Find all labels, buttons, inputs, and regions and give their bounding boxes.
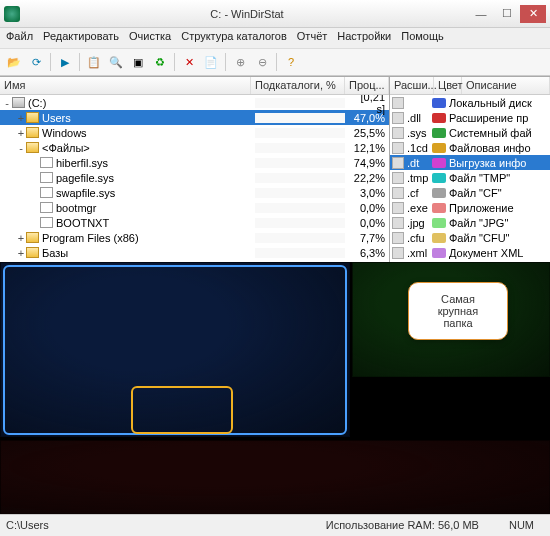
explorer-icon[interactable]: 🔍 bbox=[106, 52, 126, 72]
tree-row[interactable]: -(C:)[0,21 s] bbox=[0, 95, 389, 110]
refresh-icon[interactable]: ⟳ bbox=[26, 52, 46, 72]
callout-folder: Самая крупная папка bbox=[408, 282, 508, 340]
extension-pane[interactable]: Расши... Цвет Описание Локальный диск.dl… bbox=[390, 77, 550, 262]
tree-row[interactable]: -<Файлы>12,1% bbox=[0, 140, 389, 155]
help-icon[interactable]: ? bbox=[281, 52, 301, 72]
ext-row[interactable]: .jpgФайл "JPG" bbox=[390, 215, 550, 230]
props-icon[interactable]: 📄 bbox=[201, 52, 221, 72]
tree-pane[interactable]: Имя Подкаталоги, % Проц... -(C:)[0,21 s]… bbox=[0, 77, 390, 262]
ext-row[interactable]: .cfФайл "CF" bbox=[390, 185, 550, 200]
ext-row[interactable]: .tmpФайл "TMP" bbox=[390, 170, 550, 185]
close-button[interactable]: ✕ bbox=[520, 5, 546, 23]
menubar: Файл Редактировать Очистка Структура кат… bbox=[0, 28, 550, 48]
status-path: C:\Users bbox=[6, 519, 49, 531]
window-title: C: - WinDirStat bbox=[26, 8, 468, 20]
tree-row[interactable]: +Program Files0,8% bbox=[0, 260, 389, 261]
menu-edit[interactable]: Редактировать bbox=[43, 30, 119, 46]
highlight-largest-files bbox=[131, 386, 233, 434]
status-num: NUM bbox=[509, 519, 534, 531]
tree-row[interactable]: swapfile.sys3,0% bbox=[0, 185, 389, 200]
status-ram-label: Использование RAM: bbox=[326, 519, 435, 531]
ext-row[interactable]: .1cdФайловая инфо bbox=[390, 140, 550, 155]
ext-row[interactable]: Локальный диск bbox=[390, 95, 550, 110]
recycle-icon[interactable]: ♻ bbox=[150, 52, 170, 72]
minimize-button[interactable]: — bbox=[468, 5, 494, 23]
copy-icon[interactable]: 📋 bbox=[84, 52, 104, 72]
col-pct[interactable]: Проц... bbox=[345, 77, 389, 94]
app-icon bbox=[4, 6, 20, 22]
tree-row[interactable]: +Базы6,3% bbox=[0, 245, 389, 260]
play-icon[interactable]: ▶ bbox=[55, 52, 75, 72]
tree-row[interactable]: +Windows25,5% bbox=[0, 125, 389, 140]
col-name[interactable]: Имя bbox=[0, 77, 251, 94]
menu-cleanup[interactable]: Очистка bbox=[129, 30, 171, 46]
tree-row[interactable]: bootmgr0,0% bbox=[0, 200, 389, 215]
treemap[interactable]: Самые крупные файлы в ней Самая крупная … bbox=[0, 262, 550, 514]
cmd-icon[interactable]: ▣ bbox=[128, 52, 148, 72]
col-desc[interactable]: Описание bbox=[462, 77, 550, 94]
col-ext[interactable]: Расши... bbox=[390, 77, 434, 94]
tree-row[interactable]: +Program Files (x86)7,7% bbox=[0, 230, 389, 245]
ext-header: Расши... Цвет Описание bbox=[390, 77, 550, 95]
maximize-button[interactable]: ☐ bbox=[494, 5, 520, 23]
titlebar: C: - WinDirStat — ☐ ✕ bbox=[0, 0, 550, 28]
status-ram: 56,0 MB bbox=[438, 519, 479, 531]
ext-row[interactable]: .cfuФайл "CFU" bbox=[390, 230, 550, 245]
zoomin-icon[interactable]: ⊕ bbox=[230, 52, 250, 72]
tree-row[interactable]: pagefile.sys22,2% bbox=[0, 170, 389, 185]
ext-row[interactable]: .dllРасширение пр bbox=[390, 110, 550, 125]
tree-row[interactable]: hiberfil.sys74,9% bbox=[0, 155, 389, 170]
toolbar: 📂 ⟳ ▶ 📋 🔍 ▣ ♻ ✕ 📄 ⊕ ⊖ ? bbox=[0, 48, 550, 76]
treemap-block[interactable] bbox=[0, 440, 550, 514]
tree-header: Имя Подкаталоги, % Проц... bbox=[0, 77, 389, 95]
col-subpct[interactable]: Подкаталоги, % bbox=[251, 77, 345, 94]
tree-row[interactable]: BOOTNXT0,0% bbox=[0, 215, 389, 230]
ext-row[interactable]: .exeПриложение bbox=[390, 200, 550, 215]
ext-row[interactable]: .dtВыгрузка инфо bbox=[390, 155, 550, 170]
menu-tree[interactable]: Структура каталогов bbox=[181, 30, 287, 46]
col-color[interactable]: Цвет bbox=[434, 77, 462, 94]
menu-settings[interactable]: Настройки bbox=[337, 30, 391, 46]
tree-row[interactable]: +Users47,0% bbox=[0, 110, 389, 125]
menu-help[interactable]: Помощь bbox=[401, 30, 444, 46]
ext-row[interactable]: .sysСистемный фай bbox=[390, 125, 550, 140]
menu-report[interactable]: Отчёт bbox=[297, 30, 327, 46]
statusbar: C:\Users Использование RAM: 56,0 MB NUM bbox=[0, 514, 550, 534]
delete-icon[interactable]: ✕ bbox=[179, 52, 199, 72]
open-icon[interactable]: 📂 bbox=[4, 52, 24, 72]
menu-file[interactable]: Файл bbox=[6, 30, 33, 46]
ext-row[interactable]: .xmlДокумент XML bbox=[390, 245, 550, 260]
zoomout-icon[interactable]: ⊖ bbox=[252, 52, 272, 72]
